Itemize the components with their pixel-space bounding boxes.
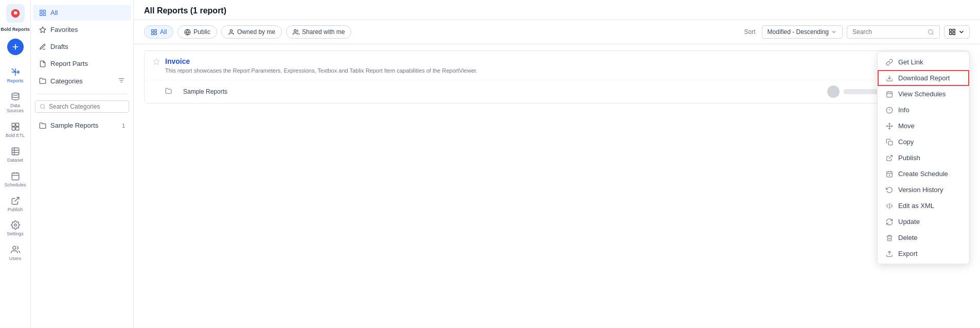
nav-users-label: Users [9,256,22,262]
sidebar-item-all[interactable]: All [33,5,131,21]
grid-view-icon [949,28,956,36]
report-avatar [827,85,885,98]
context-move[interactable]: Move [878,118,969,134]
context-publish-label: Publish [898,154,920,162]
svg-point-35 [294,29,296,31]
nav-dataset-label: Dataset [7,158,23,163]
calendar-icon [886,91,893,98]
info-icon [886,107,893,114]
sidebar-search[interactable] [35,100,129,113]
context-download-report-label: Download Report [898,74,950,82]
context-delete-label: Delete [898,234,918,241]
sidebar-item-report-parts[interactable]: Report Parts [33,56,131,72]
nav-item-bold-etl[interactable]: Bold ETL [0,118,30,143]
sort-label: Sort [744,28,756,36]
filter-shared-button[interactable]: Shared with me [286,25,351,39]
filter-owned-button[interactable]: Owned by me [221,25,282,39]
reports-icon [11,67,20,77]
svg-rect-60 [888,141,893,145]
svg-line-61 [889,155,892,158]
sidebar-sample-reports-label: Sample Reports [50,122,98,129]
svg-marker-42 [153,59,159,64]
svg-rect-31 [155,32,157,34]
sort-value: Modified - Descending [768,28,829,36]
add-button[interactable] [7,39,24,55]
nav-item-schedules[interactable]: Schedules [0,167,30,192]
context-edit-as-xml[interactable]: Edit as XML [878,198,969,214]
filter-public-button[interactable]: Public [177,25,217,39]
svg-point-36 [929,29,933,34]
view-toggle[interactable] [944,25,970,39]
bold-etl-icon [11,122,20,131]
context-update[interactable]: Update [878,214,969,230]
svg-rect-7 [12,148,19,155]
all-filter-icon [151,29,157,36]
sample-reports-count: 1 [122,123,125,129]
delete-icon [886,234,893,241]
context-info-label: Info [898,106,910,114]
search-box[interactable] [847,25,940,39]
nav-item-settings[interactable]: Settings [0,216,30,241]
context-delete[interactable]: Delete [878,230,969,246]
svg-rect-4 [15,123,19,126]
context-view-schedules-label: View Schedules [898,90,946,98]
schedule-icon [886,170,893,178]
svg-rect-5 [12,127,15,130]
sidebar-item-favorites[interactable]: Favorites [33,22,131,38]
report-card: Invoice This report showcases the Report… [144,50,970,103]
favorites-icon [39,26,46,33]
report-parts-icon [39,60,46,67]
context-create-schedule-label: Create Schedule [898,170,948,178]
filter-all-button[interactable]: All [144,25,173,39]
svg-rect-20 [40,13,42,15]
dataset-icon [11,147,20,156]
sidebar-item-sample-reports[interactable]: Sample Reports 1 [33,117,131,133]
report-star[interactable] [153,58,160,67]
page-title: All Reports (1 report) [144,6,226,15]
svg-rect-41 [953,32,955,34]
context-version-history[interactable]: Version History [878,182,969,198]
shared-filter-icon [293,29,299,36]
svg-rect-38 [950,29,952,31]
data-sources-icon [11,92,20,101]
report-row: Sample Reports 05/13/2024 06:00 PM [145,80,969,103]
context-info[interactable]: Info [878,102,969,118]
context-copy-label: Copy [898,138,914,146]
sidebar-search-input[interactable] [49,103,124,110]
report-name[interactable]: Invoice [165,57,910,65]
svg-point-2 [12,93,19,95]
nav-bar: Bold Reports Reports Data Sources Bold E… [0,0,31,328]
context-create-schedule[interactable]: Create Schedule [878,166,969,182]
svg-point-16 [14,224,16,227]
nav-item-reports[interactable]: Reports [0,63,30,88]
context-download-report[interactable]: Download Report [878,70,969,86]
move-icon [886,123,893,130]
context-view-schedules[interactable]: View Schedules [878,86,969,102]
context-get-link[interactable]: Get Link [878,54,969,70]
publish-icon [11,196,20,205]
sidebar-item-drafts[interactable]: Drafts [33,39,131,55]
nav-bold-etl-label: Bold ETL [6,133,25,139]
nav-item-users[interactable]: Users [0,241,30,266]
context-export[interactable]: Export [878,246,969,262]
app-logo[interactable] [6,4,25,23]
sidebar-item-categories[interactable]: Categories [33,73,131,89]
sidebar-search-icon [40,103,46,110]
search-input[interactable] [852,28,924,36]
report-description: This report showcases the Report Paramet… [165,67,910,74]
context-move-label: Move [898,122,915,130]
nav-settings-label: Settings [7,231,24,237]
svg-marker-22 [40,27,46,32]
star-icon [153,58,160,65]
context-copy[interactable]: Copy [878,134,969,150]
folder-icon [39,122,46,129]
context-publish[interactable]: Publish [878,150,969,166]
nav-item-dataset[interactable]: Dataset [0,143,30,167]
svg-point-34 [230,29,232,31]
svg-line-27 [44,108,45,109]
nav-item-publish[interactable]: Publish [0,192,30,217]
search-icon [928,29,934,36]
nav-item-data-sources[interactable]: Data Sources [0,88,30,118]
sort-select[interactable]: Modified - Descending [762,25,843,39]
copy-icon [886,139,893,146]
